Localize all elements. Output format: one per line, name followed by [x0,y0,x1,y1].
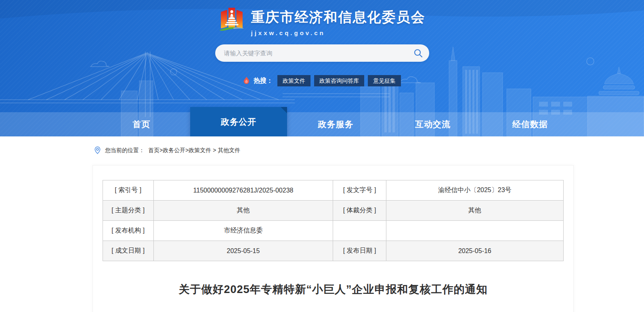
document-card: [ 索引号 ] 11500000009276281J/2025-00238 [ … [92,165,574,312]
hot-search-label: 热搜： [254,77,273,85]
meta-value-issuing-agency: 市经济信息委 [153,221,333,241]
hot-tag-policy-qa[interactable]: 政策咨询问答库 [314,75,364,86]
location-pin-icon [94,146,101,155]
search-bar [215,44,429,62]
search-icon [413,48,423,58]
meta-label-publish-date: [ 发布日期 ] [333,241,386,261]
meta-label-issuing-agency: [ 发布机构 ] [103,221,154,241]
meta-value-subject-category: 其他 [153,201,333,221]
meta-value-genre-category: 其他 [386,201,563,221]
meta-label-doc-number: [ 发文字号 ] [333,180,386,201]
hot-search-row: 热搜： 政策文件 政策咨询问答库 意见征集 [0,75,644,86]
meta-label-empty [333,221,386,241]
meta-value-written-date: 2025-05-15 [153,241,333,261]
meta-value-doc-number: 渝经信中小〔2025〕23号 [386,180,563,201]
nav-item-interaction[interactable]: 互动交流 [384,112,482,136]
breadcrumb-trail[interactable]: 首页>政务公开>政策文件 > 其他文件 [148,147,240,154]
meta-value-empty [386,221,563,241]
breadcrumb: 您当前的位置： 首页>政务公开>政策文件 > 其他文件 [94,146,644,155]
nav-item-home[interactable]: 首页 [93,112,190,136]
main-content: 您当前的位置： 首页>政务公开>政策文件 > 其他文件 [ 索引号 ] 1150… [0,146,644,312]
nav-item-gov-services[interactable]: 政务服务 [287,112,384,136]
main-nav-inner: 首页 政务公开 政务服务 互动交流 经信数据 [93,112,579,136]
main-nav: 首页 政务公开 政务服务 互动交流 经信数据 [0,112,644,136]
nav-item-gov-info-label: 政务公开 [221,116,256,128]
document-meta-table: [ 索引号 ] 11500000009276281J/2025-00238 [ … [103,180,564,261]
flame-icon [243,77,250,85]
site-logo-icon [219,5,245,34]
meta-row-dates: [ 成文日期 ] 2025-05-15 [ 发布日期 ] 2025-05-16 [103,241,564,261]
search-input[interactable] [215,44,407,62]
hot-tag-policy-files[interactable]: 政策文件 [277,75,310,86]
site-brand[interactable]: 重庆市经济和信息化委员会 jjxxw.cq.gov.cn [0,0,644,36]
meta-row-subject-category: [ 主题分类 ] 其他 [ 体裁分类 ] 其他 [103,201,564,221]
site-header: 重庆市经济和信息化委员会 jjxxw.cq.gov.cn 热搜： 政策文件 政策… [0,0,644,136]
meta-label-written-date: [ 成文日期 ] [103,241,154,261]
meta-row-issuing-agency: [ 发布机构 ] 市经济信息委 [103,221,564,241]
meta-row-index-number: [ 索引号 ] 11500000009276281J/2025-00238 [ … [103,180,564,201]
nav-item-gov-info-active[interactable]: 政务公开 [190,107,287,136]
site-url: jjxxw.cq.gov.cn [251,29,426,36]
meta-label-subject-category: [ 主题分类 ] [103,201,154,221]
meta-label-index-number: [ 索引号 ] [103,180,154,201]
meta-label-genre-category: [ 体裁分类 ] [333,201,386,221]
meta-value-publish-date: 2025-05-16 [386,241,563,261]
nav-item-economic-data[interactable]: 经信数据 [481,112,579,136]
page: 重庆市经济和信息化委员会 jjxxw.cq.gov.cn 热搜： 政策文件 政策… [0,0,644,312]
breadcrumb-label: 您当前的位置： [105,147,145,154]
site-brand-text: 重庆市经济和信息化委员会 jjxxw.cq.gov.cn [251,5,426,36]
document-title: 关于做好2025年专精特新“小巨人”企业申报和复核工作的通知 [103,282,564,297]
hot-tag-opinion-collection[interactable]: 意见征集 [368,75,401,86]
meta-value-index-number: 11500000009276281J/2025-00238 [153,180,333,201]
search-button[interactable] [407,44,429,62]
site-title: 重庆市经济和信息化委员会 [251,8,426,27]
tab-fold-corner [281,107,287,113]
